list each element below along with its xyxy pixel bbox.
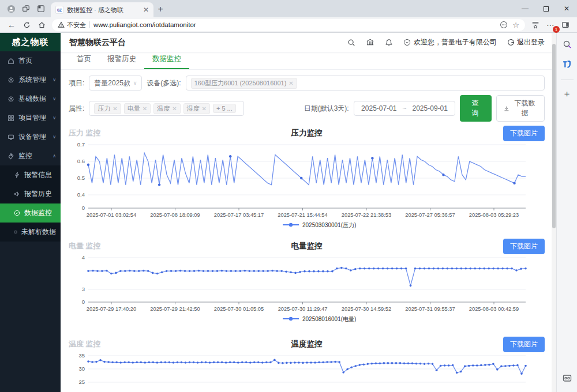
attr-multiselect[interactable]: 压力✕ 电量✕ 温度✕ 湿度✕ + 5 ... (89, 101, 243, 116)
tab-close-icon[interactable]: ✕ (143, 6, 149, 14)
organization-icon[interactable] (366, 38, 374, 47)
window-maximize-button[interactable] (535, 0, 556, 17)
back-icon[interactable]: ← (5, 18, 18, 31)
search-icon[interactable] (347, 39, 355, 47)
date-start[interactable]: 2025-07-01 (361, 104, 396, 112)
speaker-icon (14, 191, 20, 197)
sidebar-app-icon[interactable] (562, 59, 572, 71)
svg-text:2025-07-21 15:44:54: 2025-07-21 15:44:54 (278, 212, 327, 218)
app-header: 智慧物联云平台 欢迎您，普量电子有限公司 退出登录 (61, 33, 552, 52)
query-button[interactable]: 查询 (460, 95, 492, 122)
device-icon (8, 134, 14, 141)
close-icon[interactable]: ✕ (143, 105, 147, 112)
svg-text:2025-07-01 03:02:54: 2025-07-01 03:02:54 (87, 212, 136, 218)
tab-alarm-history[interactable]: 报警历史 (99, 54, 144, 69)
date-end[interactable]: 2025-09-01 (413, 104, 448, 112)
home-icon[interactable] (35, 18, 48, 31)
svg-text:2025-07-08 18:09:09: 2025-07-08 18:09:09 (150, 212, 200, 218)
tab-home[interactable]: 首页 (69, 54, 99, 69)
sidebar-item-home[interactable]: 首页 (0, 51, 61, 70)
svg-text:0.5: 0.5 (77, 175, 85, 181)
bell-icon[interactable] (385, 39, 393, 47)
sidebar-item-basedata[interactable]: 基础数据 ∨ (0, 89, 61, 108)
warning-icon (58, 21, 65, 28)
attr-tag[interactable]: 电量✕ (124, 103, 151, 114)
svg-text:0.6: 0.6 (77, 158, 85, 164)
svg-text:4: 4 (82, 254, 85, 261)
sidebar-item-unparsed-data[interactable]: 未解析数据 (0, 223, 61, 242)
device-tag[interactable]: 160型压力6001 (202508016001)✕ (191, 78, 297, 89)
power-chart-canvas[interactable]: 4302025-07-29 17:40:202025-07-29 21:42:5… (69, 254, 543, 322)
new-tab-button[interactable]: ＋ (153, 2, 167, 16)
sidebar-submenu: 报警信息 报警历史 数据监控 未解析数据 (0, 165, 61, 242)
split-screen-icon[interactable] (559, 18, 572, 31)
project-label: 项目: (69, 78, 84, 88)
attr-tag[interactable]: 湿度✕ (183, 103, 210, 114)
sidebar-add-icon[interactable]: ＋ (563, 88, 572, 100)
grid-icon (8, 115, 14, 122)
device-multiselect[interactable]: 160型压力6001 (202508016001)✕ (186, 76, 545, 91)
attr-tag[interactable]: 压力✕ (94, 103, 121, 114)
gear-icon (8, 96, 14, 103)
close-icon[interactable]: ✕ (172, 105, 177, 112)
security-warning[interactable]: 不安全 (58, 21, 86, 29)
section-side-label: 压力 监控 (69, 128, 167, 138)
sidebar-item-monitor[interactable]: 监控 ∧ (0, 146, 61, 165)
download-image-button[interactable]: 下载图片 (503, 337, 545, 352)
sidebar-item-system[interactable]: 系统管理 ∨ (0, 70, 61, 89)
window-close-button[interactable]: ✕ (556, 0, 577, 17)
refresh-icon[interactable] (20, 18, 33, 31)
pressure-chart-canvas[interactable]: 0.70.60.50.402025-07-01 03:02:542025-07-… (69, 141, 543, 229)
tab-title: 数据监控 · 感之物联 (67, 6, 140, 14)
scrollbar-thumb[interactable] (552, 44, 556, 228)
collections-icon[interactable] (529, 18, 542, 31)
page-tab-bar: 首页 报警历史 数据监控 (61, 52, 552, 70)
browser-tab-active[interactable]: 0Z 数据监控 · 感之物联 ✕ (51, 2, 153, 17)
favorite-star-icon[interactable]: ☆ (512, 21, 519, 29)
content-area: 项目: 普量2025款4... ∨ 设备(多选): 160型压力6001 (20… (61, 70, 552, 392)
close-icon[interactable]: ✕ (288, 80, 293, 86)
window-minimize-button[interactable]: — (515, 0, 535, 17)
chevron-down-icon: ∨ (53, 115, 56, 120)
workspaces-icon[interactable] (18, 2, 33, 15)
close-icon[interactable]: ✕ (202, 105, 207, 112)
close-icon[interactable]: ✕ (113, 105, 117, 112)
temperature-chart-canvas[interactable]: 35302520 (69, 352, 543, 392)
download-image-button[interactable]: 下载图片 (503, 239, 545, 254)
download-icon (504, 105, 509, 112)
sidebar-search-icon[interactable] (563, 40, 572, 51)
sidebar-item-alarm-history[interactable]: 报警历史 (0, 184, 61, 203)
sidebar-item-devices[interactable]: 设备管理 ∨ (0, 127, 61, 146)
tab-actions-icon[interactable] (33, 2, 48, 15)
date-range-picker[interactable]: 2025-07-01 ~ 2025-09-01 (354, 101, 456, 116)
url-text[interactable]: www.puliangiot.com/iotdatamonitor (93, 21, 496, 28)
svg-text:2025-07-30 11:29:47: 2025-07-30 11:29:47 (278, 306, 328, 312)
tab-data-monitor[interactable]: 数据监控 (144, 54, 189, 69)
download-image-button[interactable]: 下载图片 (503, 126, 545, 141)
filter-row-attrs: 属性: 压力✕ 电量✕ 温度✕ 湿度✕ + 5 ... 日期(默认3天): 20… (69, 95, 545, 122)
attr-tag[interactable]: 温度✕ (153, 103, 180, 114)
browser-essentials-icon[interactable] (563, 374, 572, 385)
svg-text:0: 0 (82, 205, 85, 211)
profile-icon[interactable] (3, 2, 18, 15)
logout-button[interactable]: 退出登录 (507, 37, 545, 47)
chart-title: 温度监控 (167, 339, 447, 349)
chart-title: 压力监控 (167, 128, 447, 138)
sidebar-item-projects[interactable]: 项目管理 ∨ (0, 108, 61, 127)
sidebar-item-alarm-info[interactable]: 报警信息 (0, 165, 61, 184)
reader-mode-icon[interactable] (500, 21, 508, 29)
svg-text:2025-07-30 14:59:52: 2025-07-30 14:59:52 (342, 306, 391, 312)
project-select[interactable]: 普量2025款4... ∨ (89, 76, 142, 91)
chevron-up-icon: ∧ (53, 153, 56, 159)
browser-menu-icon[interactable]: ⋯1 (544, 18, 557, 31)
attr-more-tag[interactable]: + 5 ... (213, 104, 236, 113)
address-bar[interactable]: 不安全 www.puliangiot.com/iotdatamonitor ☆ (52, 19, 525, 31)
svg-text:202508016001(电量): 202508016001(电量) (302, 316, 356, 322)
sidebar-item-data-monitor[interactable]: 数据监控 (0, 203, 61, 223)
notification-badge: 1 (553, 26, 560, 33)
svg-text:25: 25 (78, 379, 85, 385)
user-menu[interactable]: 欢迎您，普量电子有限公司 (403, 37, 497, 47)
page-scrollbar[interactable] (552, 33, 556, 392)
download-data-button[interactable]: 下载数据 (496, 95, 545, 122)
svg-text:2025-07-22 21:38:53: 2025-07-22 21:38:53 (342, 212, 391, 218)
